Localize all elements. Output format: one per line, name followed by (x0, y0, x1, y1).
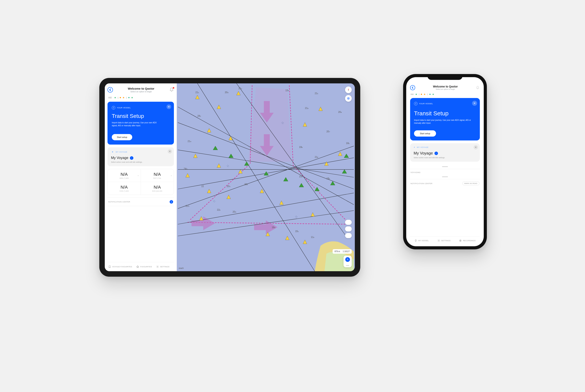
metric-label: ROT (°/m) (144, 177, 170, 179)
svg-text:20₃: 20₃ (225, 91, 228, 94)
tablet-bottom-nav: VOYAGE FAVOURITES FAVOURITES SETTINGS (107, 262, 174, 271)
map-edit-fab[interactable]: ✎ (344, 256, 352, 267)
nav-label: VOYAGE FAVOURITES (112, 266, 132, 268)
voyage-card-sub: Select active route and edit tide settin… (111, 161, 170, 163)
svg-text:19₃: 19₃ (272, 226, 275, 229)
start-setup-button[interactable]: Start setup (414, 130, 436, 136)
status-star-icon: ★ (131, 96, 133, 99)
drag-handle-icon[interactable] (442, 176, 448, 177)
notification-center-row[interactable]: NOTIFICATION CENTER 1 (107, 198, 174, 206)
card-badge-text: MY VOYAGE (417, 146, 429, 148)
svg-text:20₇: 20₇ (326, 130, 330, 133)
card-badge: YOUR VESSEL (414, 102, 476, 106)
nav-label: SETTINGS (160, 266, 169, 268)
page-subtitle: Select an option to begin (417, 88, 474, 90)
close-button[interactable]: ✕ (474, 145, 478, 150)
nav-label: SETTINGS (441, 240, 451, 242)
svg-text:11₈: 11₈ (311, 236, 314, 238)
status-star-icon: ★ (415, 93, 417, 96)
vessel-card-title: Transit Setup (112, 113, 170, 119)
map-control-pill[interactable] (345, 233, 352, 238)
svg-marker-84 (348, 88, 349, 90)
start-setup-button[interactable]: Start setup (112, 134, 132, 140)
voyage-icon: ✦ (111, 150, 114, 154)
status-star-icon: ★ (114, 96, 116, 99)
notifications-button[interactable] (476, 86, 480, 90)
map-area-label: reach (179, 267, 184, 269)
metric-cog: N/A COG (°) AIS (108, 182, 141, 195)
notif-label: NOTIFICATION CENTER (108, 201, 130, 203)
status-row: X82 ★ | ★ | ★ (410, 92, 480, 98)
drag-handle-icon[interactable] (442, 166, 448, 167)
svg-text:22₉: 22₉ (186, 204, 189, 207)
voyage-card[interactable]: ✕ ✦ MY VOYAGE My Voyage › Select active … (107, 147, 174, 166)
metrics-grid: N/A HDG (°) AIS ▸ N/A ROT (°/m) ▸ N/A CO… (107, 169, 174, 195)
svg-text:22: 22 (201, 185, 204, 188)
close-button[interactable]: ✕ (168, 149, 172, 154)
header-title-block: Welcome to Qastor Select an option to be… (115, 87, 167, 93)
nav-settings[interactable]: SETTINGS (437, 239, 451, 242)
svg-text:24₃: 24₃ (184, 167, 187, 170)
vessel-card-title: Transit Setup (414, 110, 476, 117)
svg-point-86 (348, 98, 349, 99)
map-side-controls (345, 220, 352, 238)
svg-point-87 (347, 98, 350, 100)
card-badge: ✦ MY VOYAGE (111, 150, 170, 154)
page-title: Welcome to Qastor (417, 85, 474, 88)
phone-header: Welcome to Qastor Select an option to be… (410, 85, 480, 92)
record-icon (459, 239, 462, 242)
notif-count-badge: 1 (170, 200, 173, 204)
voyage-title-text: My Voyage (414, 151, 433, 156)
svg-text:18₁: 18₁ (326, 177, 330, 180)
metric-rot: N/A ROT (°/m) ▸ (141, 169, 174, 182)
notification-dot-icon (173, 87, 174, 89)
phone-screen: Welcome to Qastor Select an option to be… (406, 77, 484, 246)
status-dot-icon (120, 97, 121, 98)
svg-text:21₃: 21₃ (315, 156, 318, 158)
nav-recordings[interactable]: RECORDINGS (459, 239, 476, 242)
nav-favourites[interactable]: FAVOURITES (136, 265, 152, 268)
chevron-icon: ▸ (138, 174, 139, 176)
voyage-card-title: My Voyage › (111, 156, 170, 160)
map-scale-indicator: 879 m 1:10127 (333, 249, 352, 254)
center-button[interactable] (345, 95, 352, 102)
close-button[interactable]: ✕ (166, 104, 171, 109)
chevron-right-icon: › (435, 152, 438, 155)
voyaging-section-row[interactable]: VOYAGING (410, 169, 480, 176)
svg-text:15₁: 15₁ (299, 175, 303, 178)
chart-canvas: 21₅20₃21₆13₄21₅ 28₅21₉ 21₄20₇20₄18₂ 24₃1… (177, 84, 355, 271)
notification-center-row[interactable]: NOTIFICATION CENTER MARK AS READ (410, 179, 480, 188)
vessel-card-desc: Import data to start your journey. Use y… (414, 119, 476, 124)
status-star-icon: ★ (424, 93, 426, 96)
page-subtitle: Select an option to begin (115, 90, 167, 93)
svg-text:21₄: 21₄ (187, 140, 191, 142)
svg-point-88 (438, 240, 439, 241)
scale-distance: 879 m (335, 250, 340, 252)
mark-as-read-button[interactable]: MARK AS READ (462, 182, 480, 185)
back-button[interactable] (410, 85, 415, 90)
notifications-button[interactable] (169, 88, 174, 92)
nav-settings[interactable]: SETTINGS (156, 265, 169, 268)
nav-label: FAVOURITES (140, 266, 152, 268)
map-control-pill[interactable] (345, 220, 352, 225)
vessel-icon (112, 106, 115, 110)
nav-voyage-favourites[interactable]: VOYAGE FAVOURITES (108, 265, 132, 268)
back-button[interactable] (107, 87, 113, 92)
page-title: Welcome to Qastor (115, 87, 167, 90)
metric-value: N/A (111, 172, 137, 177)
svg-text:20₉: 20₉ (227, 185, 230, 188)
nautical-chart-map[interactable]: 21₅20₃21₆13₄21₅ 28₅21₉ 21₄20₇20₄18₂ 24₃1… (177, 84, 355, 271)
scale-ratio: 1:10127 (343, 250, 350, 252)
close-button[interactable]: ✕ (472, 101, 477, 106)
svg-text:20₄: 20₄ (338, 111, 342, 114)
pencil-icon: ✎ (345, 257, 350, 262)
section-label: NOTIFICATION CENTER (411, 182, 433, 184)
metric-hdg: N/A HDG (°) AIS ▸ (108, 169, 141, 182)
svg-text:18₂: 18₂ (346, 142, 350, 144)
nav-my-vessel[interactable]: MY VESSEL (414, 239, 429, 242)
voyage-card[interactable]: ✕ ✦ MY VOYAGE My Voyage › Select active … (410, 143, 480, 162)
card-badge-text: YOUR VESSEL (117, 107, 131, 109)
compass-button[interactable] (345, 86, 352, 93)
status-row: X82 ★ | ★ | ★ (107, 95, 174, 102)
map-control-pill[interactable] (345, 226, 352, 232)
